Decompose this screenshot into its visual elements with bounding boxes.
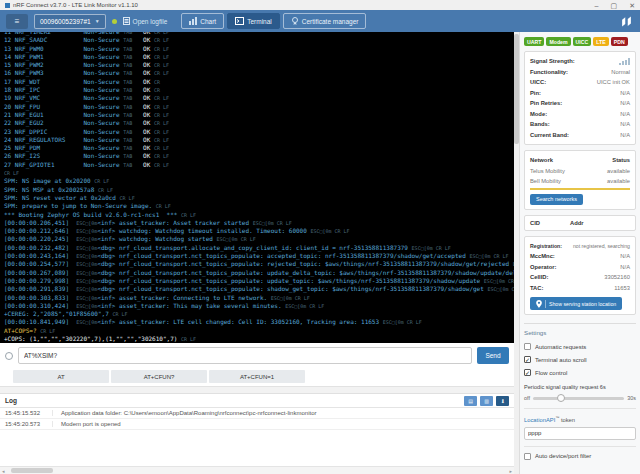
log-body: 15:45:15.532 Application data folder: C:… [0,408,514,466]
terminal-line: 20 NRF_FPU Non-Secure TAB OK CR LF [4,103,514,111]
settings-title: Settings [524,329,636,336]
terminal-line: [00:00:00.212,646] ESC□[0m<inf> watchdog… [4,227,514,235]
log-message: Modem port is opened [52,421,121,427]
log-divider [0,386,514,394]
shortcut-button-cfun-set[interactable]: AT+CFUN=1 [209,370,305,383]
terminal-line: 23 NRF_DPPIC Non-Secure TAB OK CR LF [4,128,514,136]
terminal-line: SPM: NS image at 0x20200 CR LF [4,177,514,185]
tab-chart[interactable]: Chart [181,13,224,29]
divider [524,408,636,409]
registration-card: Registration:not registered, searching M… [524,236,636,316]
terminal-line: [00:00:10.841,949] ESC□[0m<inf> asset_tr… [4,318,514,326]
terminal-line: SPM: NS reset vector at 0x2a0cd CR LF [4,194,514,202]
tab-terminal[interactable]: Terminal [227,13,280,29]
log-autoscroll-button[interactable]: ⬇ [496,396,509,406]
tab-certificate-manager[interactable]: Certificate manager [283,13,367,29]
scrollbar-thumb[interactable] [11,468,53,473]
badge-uicc: UICC [573,37,592,46]
location-api-token-input[interactable] [524,427,636,440]
horizontal-scrollbar[interactable]: ◂ ▸ [0,466,514,474]
terminal-line: 13 NRF_PWM0 Non-Secure TAB OK CR LF [4,45,514,53]
sidebar: UART Modem UICC LTE PDN Signal Strength:… [519,32,640,474]
terminal-auto-scroll-option[interactable]: ✓ Terminal auto scroll [524,356,636,363]
terminal-icon [235,17,244,25]
open-logfile-button[interactable]: Open logfile [123,17,168,25]
signal-strength-icon [619,58,630,65]
app-icon [5,3,10,8]
menu-button[interactable]: ≡ [6,14,28,29]
terminal-line: 24 NRF_REGULATORS Non-Secure TAB OK CR L… [4,136,514,144]
terminal-output: 11 NRF_TIMER2 Non-Secure TAB OK CR LF12 … [0,32,514,343]
flow-control-option[interactable]: ✓ Flow control [524,369,636,376]
chart-icon [189,17,197,25]
search-networks-button[interactable]: Search networks [530,194,583,205]
slider-handle[interactable] [557,394,565,402]
terminal-line: AT+COPS=? CR LF [4,327,514,335]
vertical-scrollbar[interactable] [514,32,519,474]
shortcut-row: AT AT+CFUN? AT+CFUN=1 [0,368,514,386]
close-button[interactable]: ✕ [629,2,635,9]
scrollbar-thumb[interactable] [514,34,519,144]
log-header: Log ▤ ▥ ⬇ [0,394,514,408]
log-title: Log [5,397,461,404]
at-command-input[interactable] [18,347,472,364]
chevron-down-icon: ▼ [95,18,100,24]
terminal-line: [00:00:00.206,451] ESC□[0m<inf> asset_tr… [4,219,514,227]
open-log-folder-button[interactable]: ▤ [464,396,477,406]
device-selector[interactable]: 000960052397#1 ▼ [34,14,106,29]
minimize-button[interactable]: – [595,2,599,9]
log-message: Application data folder: C:\Users\emoon\… [52,410,316,416]
terminal-line: 17 NRF_WDT Non-Secure TAB OK CR [4,78,514,86]
tab-bar: Chart Terminal Certificate manager [181,13,366,29]
log-panel: Log ▤ ▥ ⬇ 15:45:15.532 Application data … [0,394,514,474]
terminal-line: SPM: NS MSP at 0x200257a8 CR LF [4,186,514,194]
checkbox[interactable] [524,343,531,350]
automatic-requests-option[interactable]: Automatic requests [524,343,636,350]
signal-quality-slider: off 30s [524,395,636,401]
terminal-line: *** Booting Zephyr OS build v2.6.0-rc1-n… [4,211,514,219]
terminal-line: 18 NRF_IPC Non-Secure TAB OK CR [4,86,514,94]
terminal-line: [00:00:00.243,164] ESC□[0m<dbg> nrf_clou… [4,252,514,260]
terminal-line: 19 NRF_VMC Non-Secure TAB OK CR LF [4,94,514,102]
checkbox[interactable] [524,453,531,460]
logfile-icon [123,17,130,25]
log-timestamp: 15:45:20.573 [0,421,52,427]
shortcut-button-at[interactable]: AT [13,370,109,383]
terminal-line: +COPS: (1,"","","302220",7),(1,"","","30… [4,335,514,343]
location-api-link[interactable]: LocationAPI [524,417,555,423]
terminal-line: [00:00:00.267,089] ESC□[0m<dbg> nrf_clou… [4,269,514,277]
cid-card: CID Addr [524,215,636,231]
window-titlebar: nRF Connect v3.7.0 - LTE Link Monitor v1… [0,0,640,10]
network-card: NetworkStatus Telus Mobilityavailable Be… [524,150,636,210]
terminal-line: CR LF [4,169,514,177]
navbar: ≡ 000960052397#1 ▼ Open logfile Chart Te… [0,10,640,32]
terminal-line: [00:00:00.279,998] ESC□[0m<dbg> nrf_clou… [4,277,514,285]
log-row: 15:45:15.532 Application data folder: C:… [0,408,514,419]
terminal-line: 26 NRF_I2S Non-Secure TAB OK CR LF [4,152,514,160]
terminal-line: 22 NRF_EGU2 Non-Secure TAB OK CR LF [4,119,514,127]
badge-pdn: PDN [611,37,628,46]
settings-section: Settings Automatic requests ✓ Terminal a… [524,323,636,460]
clear-log-button[interactable]: ▥ [480,396,493,406]
checkbox[interactable]: ✓ [524,356,531,363]
status-badges: UART Modem UICC LTE PDN [524,37,636,46]
checkbox[interactable]: ✓ [524,369,531,376]
send-button[interactable]: Send [477,347,509,364]
show-serving-station-button[interactable]: Show serving station location [530,297,622,310]
device-serial: 000960052397#1 [40,18,91,25]
terminal-line: 25 NRF_PDM Non-Secure TAB OK CR LF [4,144,514,152]
auto-device-port-filter-option[interactable]: Auto device/port filter [524,453,636,460]
certificate-icon [291,17,299,25]
slider-track[interactable] [533,397,624,400]
location-pin-icon [536,300,546,308]
terminal-line: 16 NRF_PWM3 Non-Secure TAB OK CR LF [4,69,514,77]
command-history-icon[interactable] [5,352,13,360]
terminal-line: 21 NRF_EGU1 Non-Secure TAB OK CR LF [4,111,514,119]
terminal-line: 15 NRF_PWM2 Non-Secure TAB OK CR LF [4,61,514,69]
shortcut-button-cfun-query[interactable]: AT+CFUN? [111,370,207,383]
nordic-logo [619,14,634,29]
terminal-line: [00:00:00.303,833] ESC□[0m<inf> asset_tr… [4,294,514,302]
maximize-button[interactable]: ▢ [611,2,618,9]
terminal-line: SPM: prepare to jump to Non-Secure image… [4,202,514,210]
terminal-line: +CEREG: 2,"2085","01F85600",7 CR LF [4,310,514,318]
